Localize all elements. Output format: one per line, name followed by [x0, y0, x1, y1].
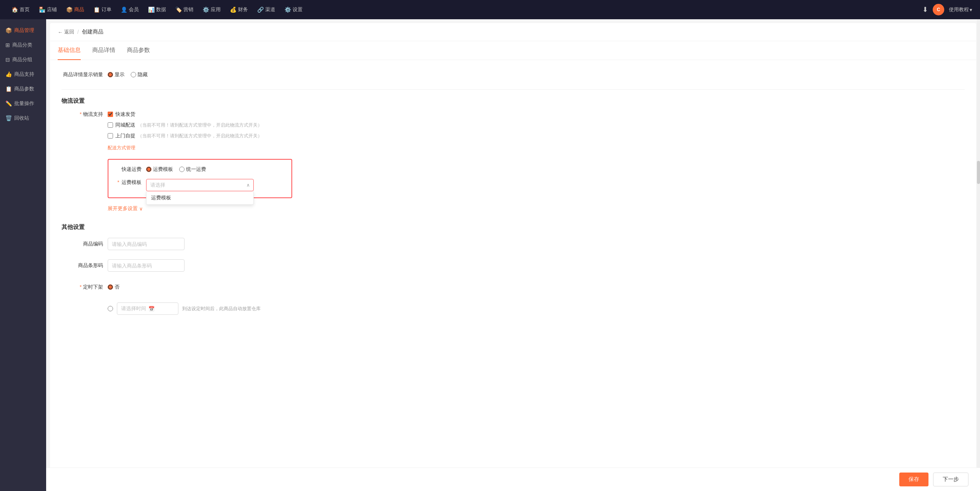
tab-product-params[interactable]: 商品参数 [127, 41, 150, 60]
nav-settings[interactable]: ⚙️ 设置 [281, 4, 306, 15]
sidebar-item-product-category[interactable]: ⊞ 商品分类 [0, 38, 46, 52]
scrollbar-track [977, 19, 980, 491]
download-icon[interactable]: ⬇ [922, 5, 928, 14]
batch-ops-icon: ✏️ [5, 100, 12, 107]
time-select-group: 请选择时间 📅 到达设定时间后，此商品自动放置仓库 [108, 302, 261, 315]
dropdown-item-template[interactable]: 运费模板 [146, 191, 253, 204]
data-icon: 📊 [148, 7, 155, 13]
nav-marketing[interactable]: 🏷️ 营销 [171, 4, 197, 15]
nav-product[interactable]: 📦 商品 [62, 4, 88, 15]
back-button[interactable]: ← 返回 [58, 28, 74, 35]
tutorial-button[interactable]: 使用教程 ▾ [949, 6, 972, 13]
tab-basic-info[interactable]: 基础信息 [58, 41, 81, 60]
logistics-support-label: * 物流支持 [62, 111, 108, 118]
sales-display-show[interactable]: 显示 [108, 71, 125, 78]
time-picker[interactable]: 请选择时间 📅 [117, 302, 178, 315]
freight-uniform-option[interactable]: 统一运费 [179, 166, 206, 173]
sales-display-hide-radio[interactable] [131, 72, 136, 77]
logistics-self-pickup[interactable]: 上门自提 （当前不可用！请到配送方式管理中，开启此物流方式开关） [108, 132, 292, 139]
fast-delivery-checkbox[interactable] [108, 112, 113, 117]
sidebar-item-recycle[interactable]: 🗑️ 回收站 [0, 111, 46, 125]
freight-template-option[interactable]: 运费模板 [146, 166, 173, 173]
sidebar-item-product-group[interactable]: ⊟ 商品分组 [0, 52, 46, 67]
calendar-icon: 📅 [148, 306, 155, 312]
timed-offshelf-yes-radio[interactable] [108, 306, 113, 311]
sidebar-item-product-mgmt[interactable]: 📦 商品管理 [0, 23, 46, 38]
home-icon: 🏠 [12, 7, 18, 13]
nav-finance[interactable]: 💰 财务 [226, 4, 252, 15]
sales-display-radio-group: 显示 隐藏 [108, 71, 148, 78]
nav-items: 🏠 首页 🏪 店铺 📦 商品 📋 订单 👤 会员 📊 数据 🏷️ 营销 ⚙️ [8, 4, 922, 15]
channel-icon: 🔗 [257, 7, 264, 13]
timed-offshelf-label: * 定时下架 [62, 284, 108, 291]
top-nav: 🏠 首页 🏪 店铺 📦 商品 📋 订单 👤 会员 📊 数据 🏷️ 营销 ⚙️ [0, 0, 980, 19]
timed-offshelf-radio-group: 否 [108, 284, 120, 291]
nav-data[interactable]: 📊 数据 [144, 4, 170, 15]
finance-icon: 💰 [230, 7, 236, 13]
avatar[interactable]: C [933, 4, 944, 15]
nav-home[interactable]: 🏠 首页 [8, 4, 33, 15]
freight-template-radio[interactable] [146, 167, 151, 172]
product-barcode-row: 商品条形码 [62, 259, 965, 272]
breadcrumb: ← 返回 / 创建商品 [50, 23, 976, 41]
nav-channel[interactable]: 🔗 渠道 [253, 4, 279, 15]
expand-settings-link[interactable]: 展开更多设置 ∨ [108, 205, 292, 212]
product-group-icon: ⊟ [5, 57, 10, 63]
freight-template-select-wrapper: 请选择 ∧ 运费模板 [146, 179, 254, 191]
freight-uniform-radio[interactable] [179, 167, 185, 172]
product-code-input[interactable] [108, 238, 185, 250]
product-mgmt-icon: 📦 [5, 27, 12, 33]
nav-app[interactable]: ⚙️ 应用 [199, 4, 225, 15]
timed-offshelf-row: * 定时下架 否 [62, 280, 965, 294]
nav-order[interactable]: 📋 订单 [90, 4, 115, 15]
freight-type-row: 快递运费 运费模板 统一运费 [115, 166, 285, 173]
member-icon: 👤 [121, 7, 127, 13]
product-code-label: 商品编码 [62, 240, 108, 247]
scrollbar-thumb[interactable] [977, 161, 980, 184]
main-content: ← 返回 / 创建商品 基础信息 商品详情 商品参数 [46, 19, 980, 491]
page-title: 创建商品 [82, 28, 103, 35]
product-code-row: 商品编码 [62, 237, 965, 251]
select-arrow-icon: ∧ [246, 182, 250, 188]
breadcrumb-separator: / [77, 29, 79, 35]
tab-product-detail[interactable]: 商品详情 [92, 41, 115, 60]
product-icon: 📦 [66, 7, 73, 13]
sales-display-show-radio[interactable] [108, 72, 113, 77]
tabs: 基础信息 商品详情 商品参数 [50, 41, 976, 60]
freight-template-select[interactable]: 请选择 [146, 179, 254, 191]
sidebar: 📦 商品管理 ⊞ 商品分类 ⊟ 商品分组 👍 商品支持 📋 商品参数 ✏️ 批量… [0, 19, 46, 491]
marketing-icon: 🏷️ [175, 7, 182, 13]
self-pickup-checkbox[interactable] [108, 133, 113, 139]
delivery-mgmt-link[interactable]: 配送方式管理 [108, 145, 292, 151]
product-barcode-input[interactable] [108, 259, 185, 272]
logistics-support-row: * 物流支持 快速发货 同城配送 （当前不可用！请到配送方式管理中，开启此物流方… [62, 111, 965, 212]
product-barcode-label: 商品条形码 [62, 262, 108, 269]
logistics-local-delivery[interactable]: 同城配送 （当前不可用！请到配送方式管理中，开启此物流方式开关） [108, 122, 292, 129]
next-button[interactable]: 下一步 [933, 473, 968, 486]
order-icon: 📋 [93, 7, 100, 13]
other-settings-title: 其他设置 [62, 224, 965, 231]
nav-member[interactable]: 👤 会员 [117, 4, 143, 15]
nav-store[interactable]: 🏪 店铺 [35, 4, 61, 15]
product-support-icon: 👍 [5, 71, 12, 77]
timed-offshelf-no-radio[interactable] [108, 284, 113, 290]
freight-dropdown-menu: 运费模板 [146, 191, 254, 205]
time-select-row: 请选择时间 📅 到达设定时间后，此商品自动放置仓库 [62, 302, 965, 316]
sidebar-item-product-support[interactable]: 👍 商品支持 [0, 67, 46, 82]
sales-display-row: 商品详情显示销量 显示 隐藏 [62, 68, 965, 82]
logistics-section-title: 物流设置 [62, 97, 965, 105]
sales-display-hide[interactable]: 隐藏 [131, 71, 148, 78]
timed-offshelf-no[interactable]: 否 [108, 284, 120, 291]
app-icon: ⚙️ [203, 7, 209, 13]
timed-offshelf-yes[interactable] [108, 306, 113, 311]
sidebar-item-batch-ops[interactable]: ✏️ 批量操作 [0, 96, 46, 111]
sidebar-item-product-params[interactable]: 📋 商品参数 [0, 82, 46, 96]
chevron-down-icon: ▾ [970, 7, 972, 13]
section-content: 商品详情显示销量 显示 隐藏 物流设置 [50, 60, 976, 331]
save-button[interactable]: 保存 [899, 473, 928, 486]
logistics-fast-delivery[interactable]: 快速发货 [108, 111, 292, 118]
local-delivery-checkbox[interactable] [108, 122, 113, 128]
freight-type-radio-group: 运费模板 统一运费 [146, 166, 206, 173]
settings-icon: ⚙️ [285, 7, 291, 13]
freight-box: 快递运费 运费模板 统一运费 [108, 159, 292, 198]
